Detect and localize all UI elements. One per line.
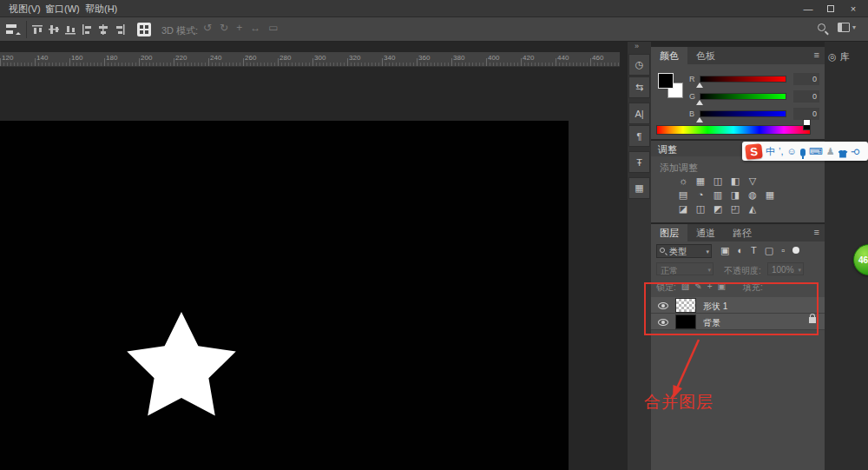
blue-value[interactable]: 0 bbox=[793, 108, 819, 120]
photo-filter-icon[interactable]: ◨ bbox=[729, 189, 741, 201]
green-label: G bbox=[689, 92, 695, 101]
panel-toggle-icon[interactable] bbox=[137, 23, 151, 36]
drag-3d-icon[interactable]: + bbox=[236, 22, 242, 34]
green-slider-thumb[interactable] bbox=[696, 100, 703, 105]
invert-icon[interactable]: ◪ bbox=[677, 203, 689, 215]
color-spectrum-bar[interactable] bbox=[656, 125, 811, 135]
adjustment-icon-row: ▤◔▥◨◍▦ bbox=[677, 189, 807, 201]
close-button[interactable]: × bbox=[842, 0, 865, 17]
ruler-tick-label: 300 bbox=[314, 54, 326, 62]
horizontal-ruler[interactable]: 1201401601802002202402602803003203403603… bbox=[0, 52, 620, 67]
libraries-tab[interactable]: ◎ 库 bbox=[828, 50, 850, 63]
hue-saturation-icon[interactable]: ▤ bbox=[677, 189, 689, 201]
tool-icon[interactable] bbox=[4, 22, 22, 37]
shape-layer-filter-icon[interactable]: ▢ bbox=[765, 245, 773, 256]
distribute-hcenter-icon[interactable] bbox=[97, 23, 109, 36]
color-lookup-icon[interactable]: ▦ bbox=[764, 189, 776, 201]
opacity-dropdown[interactable]: 100% ▾ bbox=[767, 262, 804, 275]
menu-view[interactable]: 视图(V) bbox=[9, 3, 41, 16]
blend-mode-dropdown[interactable]: 正常 ▾ bbox=[656, 262, 713, 275]
channel-mixer-icon[interactable]: ◍ bbox=[746, 189, 759, 201]
punctuation-icon[interactable]: ’, bbox=[779, 142, 784, 160]
sogou-logo[interactable]: S bbox=[745, 143, 763, 160]
green-slider[interactable] bbox=[700, 93, 786, 100]
posterize-icon[interactable]: ◫ bbox=[694, 203, 707, 215]
canvas[interactable] bbox=[0, 121, 569, 470]
annotation-rectangle bbox=[644, 282, 819, 335]
red-value[interactable]: 0 bbox=[793, 73, 819, 85]
glyphs-panel-icon[interactable]: Ŧ bbox=[628, 151, 650, 173]
tab-paths[interactable]: 路径 bbox=[724, 224, 760, 242]
smart-object-filter-icon[interactable]: ▫ bbox=[781, 245, 785, 256]
color-panel: 颜色 色板 ≡ R 0 G 0 B 0 bbox=[651, 47, 825, 139]
filter-toggle-icon[interactable] bbox=[792, 247, 799, 254]
keyboard-icon[interactable]: ⌨ bbox=[809, 142, 823, 160]
menu-help[interactable]: 帮助(H) bbox=[85, 3, 117, 16]
red-slider-thumb[interactable] bbox=[696, 83, 703, 88]
dock-collapse-icon[interactable]: » bbox=[635, 42, 639, 50]
filter-kind-dropdown[interactable]: 类型 ▾ bbox=[656, 244, 712, 258]
roll-3d-icon[interactable]: ↻ bbox=[220, 22, 228, 34]
threshold-icon[interactable]: ◩ bbox=[712, 203, 724, 215]
ruler-tick-label: 440 bbox=[557, 54, 569, 62]
search-icon bbox=[660, 248, 665, 253]
ruler-tick-label: 340 bbox=[384, 54, 395, 62]
ruler-tick-label: 120 bbox=[2, 54, 13, 62]
tab-swatches[interactable]: 色板 bbox=[687, 47, 724, 64]
toolbox-wrench-icon[interactable]: ⚲ bbox=[849, 148, 860, 155]
history-panel-icon[interactable]: ◷ bbox=[628, 54, 650, 76]
blue-slider-thumb[interactable] bbox=[696, 117, 703, 122]
distribute-vcenter-icon[interactable] bbox=[48, 23, 60, 36]
timeline-panel-icon[interactable]: ▦ bbox=[628, 177, 650, 199]
distribute-bottom-icon[interactable] bbox=[64, 23, 76, 36]
panel-menu-icon[interactable]: ≡ bbox=[814, 50, 819, 60]
brightness-contrast-icon[interactable]: ☼ bbox=[677, 175, 689, 187]
green-value[interactable]: 0 bbox=[793, 90, 819, 103]
orbit-3d-icon[interactable]: ↺ bbox=[203, 22, 212, 34]
tab-color[interactable]: 颜色 bbox=[651, 47, 687, 64]
exposure-icon[interactable]: ◧ bbox=[729, 175, 741, 187]
blue-label: B bbox=[689, 109, 694, 118]
ruler-tick-label: 360 bbox=[418, 54, 430, 62]
skin-icon[interactable] bbox=[838, 150, 848, 158]
red-slider[interactable] bbox=[700, 76, 786, 83]
distribute-left-icon[interactable] bbox=[81, 23, 93, 36]
black-white-icon[interactable]: ▥ bbox=[712, 189, 724, 201]
curves-icon[interactable]: ◫ bbox=[712, 175, 724, 187]
minimize-button[interactable]: — bbox=[797, 0, 819, 17]
scale-3d-icon[interactable]: ▭ bbox=[268, 22, 278, 34]
adjustment-layer-filter-icon[interactable]: ◐ bbox=[737, 245, 743, 256]
microphone-icon[interactable] bbox=[800, 149, 806, 156]
pixel-layer-filter-icon[interactable]: ▣ bbox=[720, 245, 729, 256]
tab-layers[interactable]: 图层 bbox=[651, 224, 687, 242]
black-white-picker[interactable] bbox=[803, 119, 811, 130]
libraries-icon: ◎ bbox=[828, 51, 837, 63]
foreground-color-swatch[interactable] bbox=[658, 73, 674, 89]
tab-channels[interactable]: 通道 bbox=[687, 224, 724, 242]
color-swatches[interactable] bbox=[658, 73, 686, 101]
chinese-mode-icon[interactable]: 中 bbox=[766, 142, 775, 160]
distribute-right-icon[interactable] bbox=[114, 23, 126, 36]
ruler-tick-label: 460 bbox=[592, 54, 603, 62]
3d-mode-buttons: ↺↻+↔▭ bbox=[203, 22, 278, 34]
selective-color-icon[interactable]: ◭ bbox=[746, 203, 759, 215]
maximize-button[interactable] bbox=[819, 0, 842, 17]
color-balance-icon[interactable]: ◔ bbox=[694, 189, 707, 201]
workspace-switcher[interactable]: ▾ bbox=[838, 23, 856, 32]
character-panel-icon[interactable]: A| bbox=[628, 103, 650, 124]
distribute-top-icon[interactable] bbox=[31, 23, 43, 36]
type-layer-filter-icon[interactable]: T bbox=[751, 245, 757, 256]
search-icon[interactable] bbox=[818, 23, 825, 31]
levels-icon[interactable]: ▦ bbox=[694, 175, 707, 187]
emoji-icon[interactable]: ☺ bbox=[787, 142, 797, 160]
gradient-map-icon[interactable]: ◰ bbox=[729, 203, 741, 215]
slide-3d-icon[interactable]: ↔ bbox=[250, 22, 260, 34]
person-icon[interactable]: ♟ bbox=[826, 142, 835, 160]
star-shape[interactable] bbox=[0, 121, 569, 470]
properties-panel-icon[interactable]: ⇆ bbox=[628, 76, 650, 98]
paragraph-panel-icon[interactable]: ¶ bbox=[628, 125, 650, 147]
panel-menu-icon[interactable]: ≡ bbox=[814, 227, 819, 237]
blue-slider[interactable] bbox=[700, 110, 786, 117]
vibrance-icon[interactable]: ▽ bbox=[746, 175, 759, 187]
menu-window[interactable]: 窗口(W) bbox=[45, 3, 80, 16]
